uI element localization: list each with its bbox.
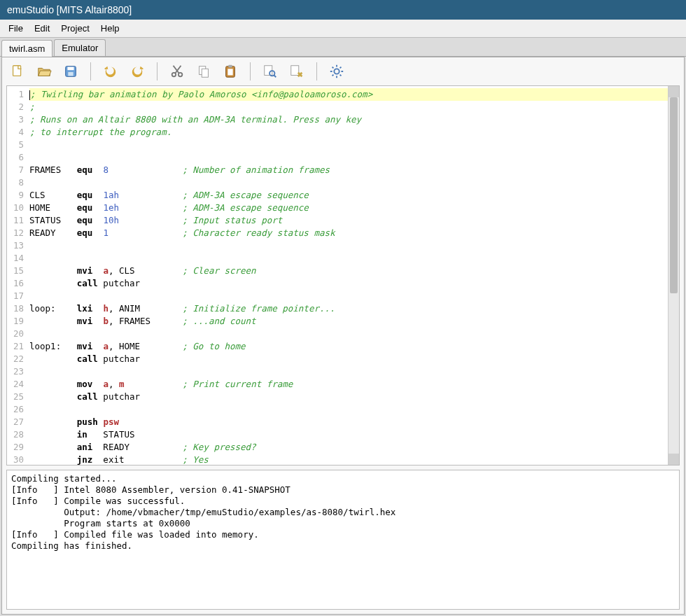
line-number: 14 [7,252,24,265]
code-line[interactable]: FRAMES equ 8 ; Number of animation frame… [29,164,668,176]
svg-rect-10 [227,69,232,75]
line-number: 12 [7,227,24,239]
find-icon [262,64,278,79]
line-number: 26 [7,403,24,416]
line-number: 7 [7,164,24,176]
line-number: 16 [7,277,24,290]
scroll-thumb[interactable] [670,97,678,293]
find-button[interactable] [260,62,280,81]
line-number: 1 [7,88,24,101]
scroll-down-icon[interactable] [668,454,679,465]
code-line[interactable] [29,139,668,151]
code-editor[interactable]: 1234567891011121314151617181920212223242… [6,85,680,465]
code-line[interactable]: loop: lxi h, ANIM ; Initialize frame poi… [29,302,668,315]
copy-button[interactable] [194,62,214,81]
line-number: 15 [7,265,24,277]
code-line[interactable]: ; to interrupt the program. [29,126,668,139]
replace-button[interactable] [287,62,307,81]
line-number: 3 [7,113,24,126]
svg-rect-13 [291,66,299,76]
code-line[interactable]: push psw [29,416,668,428]
tab-source[interactable]: twirl.asm [1,40,52,57]
code-line[interactable] [29,252,668,265]
save-icon [63,64,78,79]
code-line[interactable]: mvi a, CLS ; Clear screen [29,265,668,277]
code-line[interactable]: ; Runs on an Altair 8800 with an ADM-3A … [29,113,668,126]
code-area[interactable]: ; Twirling bar animation by Paolo Amoros… [27,86,668,465]
line-number: 19 [7,315,24,328]
svg-rect-3 [68,72,73,76]
svg-rect-9 [228,65,232,68]
paste-icon [223,64,238,79]
line-number: 28 [7,428,24,441]
menu-file[interactable]: File [4,22,27,35]
code-line[interactable]: CLS equ 1ah ; ADM-3A escape sequence [29,189,668,202]
svg-rect-7 [202,69,208,77]
cut-icon [169,64,185,79]
line-number: 25 [7,391,24,403]
tab-emulator[interactable]: Emulator [54,39,106,56]
copy-icon [196,64,211,79]
code-line[interactable]: mvi b, FRAMES ; ...and count [29,315,668,328]
svg-point-14 [334,69,339,74]
open-button[interactable] [34,62,54,81]
settings-icon [329,64,344,79]
code-line[interactable]: jnz exit ; Yes [29,454,668,465]
code-line[interactable] [29,403,668,416]
code-line[interactable] [29,365,668,378]
replace-icon [289,64,304,79]
line-number: 24 [7,378,24,391]
scroll-up-icon[interactable] [668,86,679,97]
new-file-button[interactable] [8,62,27,81]
line-number: 20 [7,328,24,340]
line-number: 13 [7,239,24,252]
undo-button[interactable] [101,62,120,81]
code-line[interactable]: mov a, m ; Print current frame [29,378,668,391]
scroll-track[interactable] [668,97,679,454]
code-line[interactable]: call putchar [29,391,668,403]
line-number: 6 [7,151,24,164]
toolbar-separator [316,62,317,80]
svg-rect-2 [67,67,74,71]
compiler-output[interactable]: Compiling started... [Info ] Intel 8080 … [6,470,680,610]
paste-button[interactable] [220,62,240,81]
code-line[interactable] [29,328,668,340]
code-line[interactable] [29,176,668,189]
redo-button[interactable] [127,62,147,81]
cut-button[interactable] [167,62,187,81]
code-line[interactable] [29,290,668,302]
toolbar-separator [157,62,158,80]
code-line[interactable]: READY equ 1 ; Character ready status mas… [29,227,668,239]
menu-project[interactable]: Project [57,22,93,35]
save-button[interactable] [61,62,80,81]
content-area: 1234567891011121314151617181920212223242… [1,57,685,615]
code-line[interactable]: ; Twirling bar animation by Paolo Amoros… [29,88,668,101]
line-number: 21 [7,340,24,353]
code-line[interactable]: call putchar [29,277,668,290]
settings-button[interactable] [327,62,346,81]
code-line[interactable]: loop1: mvi a, HOME ; Go to home [29,340,668,353]
code-line[interactable]: STATUS equ 10h ; Input status port [29,214,668,227]
code-line[interactable]: in STATUS [29,428,668,441]
window-title: emuStudio [MITS Altair8800] [0,0,686,20]
code-line[interactable]: call putchar [29,353,668,365]
app-window: emuStudio [MITS Altair8800] File Edit Pr… [0,0,686,616]
line-number: 27 [7,416,24,428]
code-line[interactable]: ani READY ; Key pressed? [29,441,668,454]
line-number: 22 [7,353,24,365]
line-number: 30 [7,454,24,466]
vertical-scrollbar[interactable] [668,86,679,465]
menu-edit[interactable]: Edit [30,22,54,35]
line-number: 18 [7,302,24,315]
code-line[interactable]: HOME equ 1eh ; ADM-3A escape sequence [29,202,668,214]
toolbar [2,57,684,85]
toolbar-separator [250,62,251,80]
code-line[interactable] [29,239,668,252]
menubar: File Edit Project Help [0,20,686,38]
menu-help[interactable]: Help [97,22,124,35]
code-line[interactable]: ; [29,101,668,113]
line-number: 17 [7,290,24,302]
code-line[interactable] [29,151,668,164]
toolbar-separator [90,62,91,80]
open-icon [36,64,52,79]
